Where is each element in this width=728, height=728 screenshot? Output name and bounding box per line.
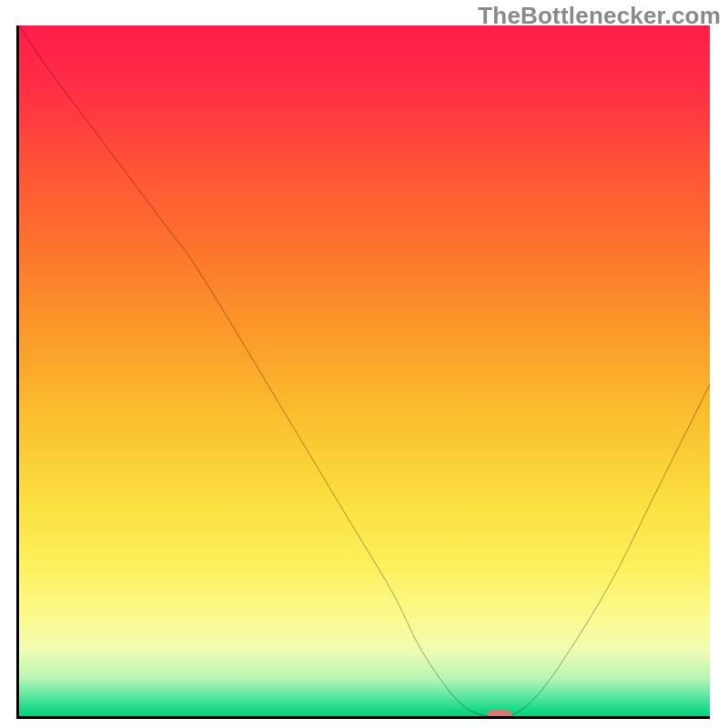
chart-frame: TheBottlenecker.com (0, 0, 728, 728)
bottleneck-curve (19, 25, 710, 716)
plot-area (16, 25, 710, 719)
